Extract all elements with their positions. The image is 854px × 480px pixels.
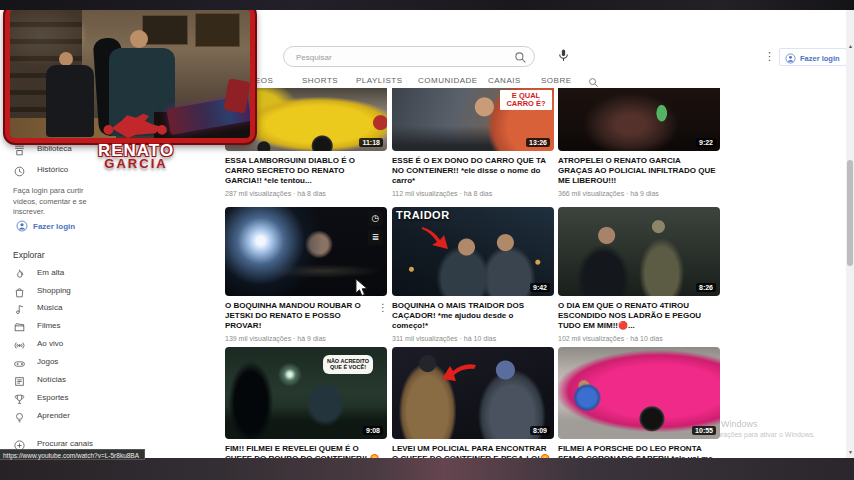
- person-left-head: [59, 52, 73, 66]
- top-letterbox: [0, 0, 854, 10]
- video-card[interactable]: 8:26 O DIA EM QUE O RENATO 4TIROU ESCOND…: [558, 207, 720, 342]
- sidebar-item-label: Procurar canais: [37, 439, 93, 448]
- video-card[interactable]: 10:55 FILMEI A PORSCHE DO LEO PRONTA SEM…: [558, 347, 720, 475]
- duration-badge: 10:55: [692, 426, 716, 435]
- duration-badge: 9:42: [530, 283, 550, 292]
- video-meta: 139 mil visualizações · há 9 dias: [225, 335, 387, 342]
- wall-frame: [142, 15, 188, 44]
- sidebar-item-movies[interactable]: Filmes: [0, 319, 220, 335]
- duration-badge: 13:26: [526, 138, 550, 147]
- watch-later-icon[interactable]: ◷: [368, 211, 383, 226]
- add-to-queue-icon[interactable]: ≣: [368, 230, 383, 245]
- search-icon[interactable]: [514, 50, 527, 68]
- video-meta: 311 mil visualizações · há 10 dias: [392, 335, 554, 342]
- video-title[interactable]: BOQUINHA O MAIS TRAIDOR DOS CAÇADOR! *me…: [392, 301, 550, 332]
- scrollbar-up-arrow[interactable]: ▲: [847, 43, 854, 49]
- bottom-letterbox: [0, 458, 854, 480]
- channel-logo: RENATO GARCIA: [63, 112, 209, 170]
- person-right-head: [130, 30, 148, 48]
- sidebar-login-button[interactable]: Fazer login: [16, 220, 75, 232]
- sidebar-item-label: Em alta: [37, 268, 64, 277]
- tab-about[interactable]: SOBRE: [541, 76, 572, 85]
- music-icon: [13, 302, 26, 320]
- red-arrow-graphic: [440, 361, 478, 387]
- video-card[interactable]: TRAIDOR 9:42 BOQUINHA O MAIS TRAIDOR DOS…: [392, 207, 554, 342]
- login-button-label: Fazer login: [800, 54, 840, 63]
- person-icon: [785, 53, 796, 64]
- video-thumbnail[interactable]: NÃO ACREDITO QUE É VOCÊ! 9:08: [225, 347, 387, 439]
- mouse-cursor: [355, 278, 368, 297]
- video-card[interactable]: 8:09 LEVEI UM POLICIAL PARA ENCONTRAR O …: [392, 347, 554, 475]
- login-prompt-text: Faça login para curtir vídeos, comentar …: [13, 186, 99, 218]
- statusbar-url-tooltip: https://www.youtube.com/watch?v=L-5r8ku8…: [0, 449, 145, 460]
- video-frame: ⋮ Fazer login VÍDEOS SHORTS PLAYLISTS CO…: [0, 0, 854, 480]
- video-title[interactable]: ATROPELEI O RENATO GARCIA GRAÇAS AO POLI…: [558, 156, 716, 187]
- login-button[interactable]: Fazer login: [779, 48, 847, 66]
- video-thumbnail[interactable]: 9:22: [558, 88, 720, 151]
- video-meta: 102 mil visualizações · há 10 dias: [558, 335, 720, 342]
- video-card[interactable]: E QUAL CARRO É? 13:26 ESSE É O EX DONO D…: [392, 88, 554, 197]
- sidebar-item-label: Ao vivo: [37, 339, 63, 348]
- microphone-icon[interactable]: [557, 48, 570, 68]
- thumbnail-caption: E QUAL CARRO É?: [500, 90, 552, 110]
- video-title[interactable]: ESSE É O EX DONO DO CARRO QUE TA NO CONT…: [392, 156, 550, 187]
- sidebar-item-label: Jogos: [37, 357, 58, 366]
- scrollbar-down-arrow[interactable]: ▼: [847, 449, 854, 455]
- video-title[interactable]: O DIA EM QUE O RENATO 4TIROU ESCONDIDO N…: [558, 301, 716, 332]
- tab-playlists[interactable]: PLAYLISTS: [356, 76, 403, 85]
- sidebar-item-label: Música: [37, 303, 62, 312]
- sidebar-item-gaming[interactable]: Jogos: [0, 355, 220, 371]
- duration-badge: 9:08: [363, 426, 383, 435]
- news-icon: [13, 374, 26, 392]
- sidebar-login-label: Fazer login: [33, 222, 75, 231]
- search-box[interactable]: [283, 46, 535, 67]
- duration-badge: 8:09: [530, 426, 550, 435]
- sidebar-item-live[interactable]: Ao vivo: [0, 337, 220, 353]
- library-icon: [13, 143, 26, 161]
- motorcycle-icon: [94, 112, 178, 138]
- search-input[interactable]: [296, 50, 496, 64]
- thumbnail-caption: NÃO ACREDITO QUE É VOCÊ!: [323, 355, 373, 374]
- sidebar-item-label: Esportes: [37, 393, 69, 402]
- video-thumbnail[interactable]: 8:26: [558, 207, 720, 296]
- sidebar-item-trending[interactable]: Em alta: [0, 266, 220, 282]
- duration-badge: 8:26: [696, 283, 716, 292]
- sidebar-item-music[interactable]: Música: [0, 301, 220, 317]
- video-title[interactable]: ESSA LAMBORGUINI DIABLO É O CARRO SECRET…: [225, 156, 383, 187]
- channel-search-icon[interactable]: [588, 74, 599, 92]
- video-thumbnail[interactable]: TRAIDOR 9:42: [392, 207, 554, 296]
- video-thumbnail[interactable]: 10:55: [558, 347, 720, 439]
- red-arrow-graphic: [420, 225, 454, 253]
- sidebar-item-label: Notícias: [37, 375, 66, 384]
- sidebar-item-news[interactable]: Notícias: [0, 373, 220, 389]
- channel-logo-text-bottom: GARCIA: [63, 157, 209, 170]
- movies-icon: [13, 320, 26, 338]
- live-icon: [13, 338, 26, 356]
- scrollbar-thumb[interactable]: [847, 160, 853, 266]
- history-icon: [13, 164, 26, 182]
- thumbnail-caption: TRAIDOR: [396, 209, 450, 221]
- video-card[interactable]: 9:22 ATROPELEI O RENATO GARCIA GRAÇAS AO…: [558, 88, 720, 197]
- wall-frame: [195, 13, 241, 48]
- video-title[interactable]: O BOQUINHA MANDOU ROUBAR O JETSKI DO REN…: [225, 301, 369, 332]
- video-card[interactable]: NÃO ACREDITO QUE É VOCÊ! 9:08 FIM!! FILM…: [225, 347, 387, 475]
- sports-icon: [13, 392, 26, 410]
- video-thumbnail[interactable]: E QUAL CARRO É? 13:26: [392, 88, 554, 151]
- settings-kebab-icon[interactable]: ⋮: [764, 50, 775, 63]
- tab-community[interactable]: COMUNIDADE: [418, 76, 478, 85]
- explore-header: Explorar: [13, 250, 45, 260]
- tab-shorts[interactable]: SHORTS: [302, 76, 338, 85]
- sidebar-item-label: Filmes: [37, 321, 61, 330]
- sidebar-item-shopping[interactable]: Shopping: [0, 284, 220, 300]
- learning-icon: [13, 410, 26, 428]
- video-meta: 287 mil visualizações · há 8 dias: [225, 190, 387, 197]
- video-options-kebab-icon[interactable]: ⋮: [378, 302, 388, 313]
- gaming-icon: [13, 356, 26, 374]
- video-card[interactable]: ◷ ≣ O BOQUINHA MANDOU ROUBAR O JETSKI DO…: [225, 207, 387, 342]
- video-thumbnail[interactable]: 8:09: [392, 347, 554, 439]
- sidebar-item-label: Aprender: [37, 411, 70, 420]
- trending-icon: [13, 267, 26, 285]
- sidebar-item-sports[interactable]: Esportes: [0, 391, 220, 407]
- tab-channels[interactable]: CANAIS: [488, 76, 521, 85]
- sidebar-item-learning[interactable]: Aprender: [0, 409, 220, 425]
